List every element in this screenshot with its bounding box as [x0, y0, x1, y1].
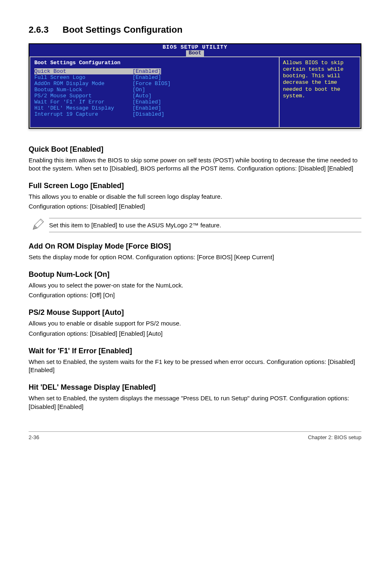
bios-utility-title: BIOS SETUP UTILITY — [29, 45, 361, 50]
heading-quick-boot: Quick Boot [Enabled] — [29, 145, 361, 154]
bios-body: Boot Settings Configuration Quick Boot[E… — [29, 56, 361, 128]
bios-setting-row: Wait For 'F1' If Error[Enabled] — [34, 99, 275, 105]
text-wait-f1: When set to Enabled, the system waits fo… — [29, 358, 361, 375]
bios-screenshot: BIOS SETUP UTILITY Boot Boot Settings Co… — [29, 43, 361, 129]
footer-chapter: Chapter 2: BIOS setup — [308, 434, 361, 440]
section-number: 2.6.3 — [29, 25, 49, 35]
bios-setting-label: Bootup Num-Lock — [34, 87, 132, 93]
text-quick-boot: Enabling this item allows the BIOS to sk… — [29, 156, 361, 173]
text-bootup-numlock-2: Configuration options: [Off] [On] — [29, 291, 361, 299]
bios-panel-title: Boot Settings Configuration — [34, 60, 275, 66]
heading-addon-rom: Add On ROM Display Mode [Force BIOS] — [29, 242, 361, 251]
bios-setting-row: Bootup Num-Lock[On] — [34, 87, 275, 93]
bios-setting-value: [Enabled] — [132, 99, 161, 105]
text-hit-del: When set to Enabled, the system displays… — [29, 394, 361, 411]
text-ps2-1: Allows you to enable or disable support … — [29, 319, 361, 328]
bios-setting-label: AddOn ROM Display Mode — [34, 81, 132, 87]
page-footer: 2-36 Chapter 2: BIOS setup — [29, 431, 361, 440]
bios-setting-value: [Enabled] — [132, 74, 161, 81]
heading-wait-f1: Wait for 'F1' If Error [Enabled] — [29, 347, 361, 355]
heading-bootup-numlock: Bootup Num-Lock [On] — [29, 270, 361, 279]
bios-settings-panel: Boot Settings Configuration Quick Boot[E… — [29, 56, 279, 128]
bios-setting-row: Interrupt 19 Capture[Disabled] — [34, 111, 275, 117]
text-ps2-2: Configuration options: [Disabled] [Enabl… — [29, 330, 361, 338]
footer-page-number: 2-36 — [29, 434, 39, 440]
bios-setting-row: PS/2 Mouse Support[Auto] — [34, 93, 275, 99]
bios-setting-row: Hit 'DEL' Message Display[Enabled] — [34, 105, 275, 111]
heading-ps2: PS/2 Mouse Support [Auto] — [29, 308, 361, 317]
note-row: Set this item to [Enabled] to use the AS… — [29, 218, 361, 233]
bios-setting-label: Interrupt 19 Capture — [34, 111, 132, 117]
bios-setting-label: Wait For 'F1' If Error — [34, 99, 132, 105]
note-text: Set this item to [Enabled] to use the AS… — [49, 218, 361, 232]
heading-full-screen-logo: Full Screen Logo [Enabled] — [29, 182, 361, 190]
bios-setting-value: [Disabled] — [132, 111, 164, 117]
pencil-icon — [29, 218, 49, 233]
text-full-screen-logo-2: Configuration options: [Disabled] [Enabl… — [29, 202, 361, 211]
bios-tab: Boot — [186, 50, 204, 56]
bios-setting-label: Full Screen Logo — [34, 74, 132, 81]
text-full-screen-logo-1: This allows you to enable or disable the… — [29, 193, 361, 201]
text-addon-rom: Sets the display mode for option ROM. Co… — [29, 253, 361, 261]
bios-title-bar: BIOS SETUP UTILITY Boot — [29, 44, 361, 56]
bios-setting-label: Quick Boot — [34, 68, 132, 74]
text-bootup-numlock-1: Allows you to select the power-on state … — [29, 281, 361, 290]
bios-setting-label: PS/2 Mouse Support — [34, 93, 132, 99]
bios-setting-row: Full Screen Logo[Enabled] — [34, 74, 275, 81]
bios-setting-value: [Enabled] — [132, 68, 161, 74]
bios-help-panel: Allows BIOS to skip certain tests while … — [279, 56, 361, 128]
bios-setting-value: [Force BIOS] — [132, 81, 171, 87]
bios-setting-label: Hit 'DEL' Message Display — [34, 105, 132, 111]
bios-setting-value: [Auto] — [132, 93, 152, 99]
section-header: 2.6.3 Boot Settings Configuration — [29, 25, 361, 35]
svg-line-0 — [40, 220, 43, 222]
bios-setting-row: Quick Boot[Enabled] — [34, 68, 275, 74]
bios-setting-value: [On] — [132, 87, 145, 93]
bios-setting-value: [Enabled] — [132, 105, 161, 111]
bios-setting-row: AddOn ROM Display Mode[Force BIOS] — [34, 81, 275, 87]
heading-hit-del: Hit 'DEL' Message Display [Enabled] — [29, 383, 361, 392]
section-title: Boot Settings Configuration — [63, 25, 182, 35]
